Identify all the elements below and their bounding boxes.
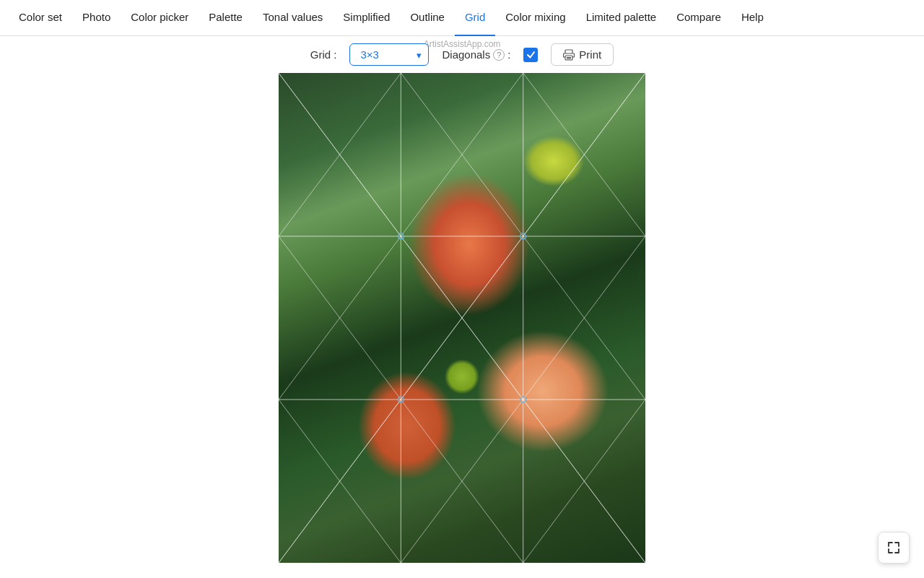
nav-item-color-picker[interactable]: Color picker xyxy=(121,0,199,36)
nav-item-help[interactable]: Help xyxy=(731,0,774,36)
nav-item-outline[interactable]: Outline xyxy=(400,0,455,36)
nav-item-color-mixing[interactable]: Color mixing xyxy=(495,0,575,36)
nav-item-palette[interactable]: Palette xyxy=(199,0,253,36)
print-icon xyxy=(563,49,575,61)
nav-item-tonal-values[interactable]: Tonal values xyxy=(253,0,333,36)
fullscreen-icon xyxy=(886,540,901,555)
grid-select[interactable]: 2×23×34×45×56×6 xyxy=(349,43,429,66)
help-icon[interactable]: ? xyxy=(493,49,505,61)
svg-rect-0 xyxy=(565,50,572,53)
nav-item-simplified[interactable]: Simplified xyxy=(333,0,400,36)
fullscreen-button[interactable] xyxy=(878,532,910,564)
image-area xyxy=(0,73,924,570)
nav-item-color-set[interactable]: Color set xyxy=(9,0,72,36)
nav-item-compare[interactable]: Compare xyxy=(666,0,731,36)
diagonals-checkbox[interactable] xyxy=(523,48,538,62)
brand-text: ArtistAssistApp.com xyxy=(424,36,501,49)
nav-item-photo[interactable]: Photo xyxy=(72,0,121,36)
nav-item-limited-palette[interactable]: Limited palette xyxy=(576,0,667,36)
print-button[interactable]: Print xyxy=(551,43,614,66)
nav-item-grid[interactable]: Grid xyxy=(455,0,495,36)
print-label: Print xyxy=(579,48,601,61)
toolbar: ArtistAssistApp.com Grid : 2×23×34×45×56… xyxy=(0,36,924,73)
flower-image xyxy=(279,73,645,563)
grid-label: Grid : xyxy=(310,48,337,61)
diagonals-label: Diagonals ? : xyxy=(442,48,510,61)
grid-select-wrapper: 2×23×34×45×56×6 ▾ xyxy=(349,43,429,66)
main-nav: Color setPhotoColor pickerPaletteTonal v… xyxy=(0,0,924,36)
image-wrapper xyxy=(279,73,645,563)
